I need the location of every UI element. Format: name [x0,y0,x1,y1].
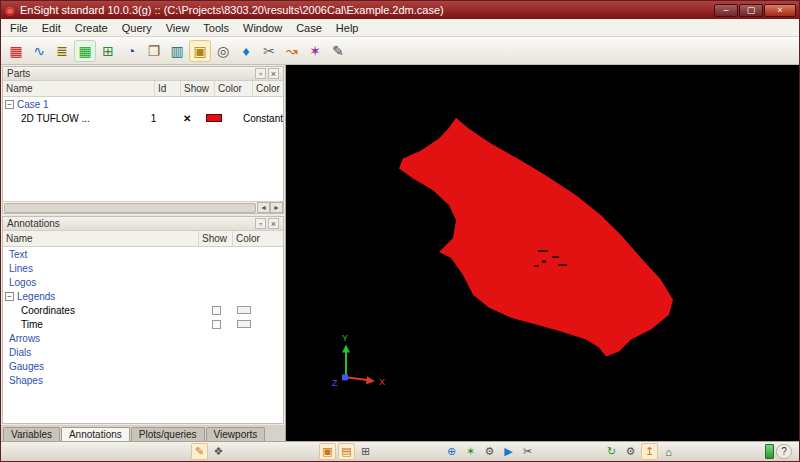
particle-trace-icon[interactable]: ↝ [281,40,303,62]
menu-create[interactable]: Create [68,21,115,35]
tree-item-part[interactable]: 2D TUFLOW ... 1 ✕ Constant [3,111,283,125]
snap-icon[interactable]: ✶ [462,443,479,460]
cut-icon[interactable]: ✂ [519,443,536,460]
collapse-icon[interactable]: − [5,292,14,301]
minimize-button[interactable]: – [714,4,738,17]
scroll-right-icon[interactable]: ► [270,202,283,213]
annotation-item-logos[interactable]: Logos [3,275,283,289]
annotation-item-dials[interactable]: Dials [3,345,283,359]
menu-window[interactable]: Window [236,21,289,35]
annotations-panel-title: Annotations [7,218,60,229]
plot-icon[interactable]: ∿ [28,40,50,62]
pin-icon[interactable]: ▫ [255,218,266,229]
part-id: 1 [147,113,172,124]
menu-file[interactable]: File [3,21,35,35]
play-icon[interactable]: ▶ [500,443,517,460]
part-color-swatch[interactable] [206,114,222,122]
menu-tools[interactable]: Tools [196,21,236,35]
clock-icon[interactable]: ◔ [120,40,142,62]
title-bar: ◉ EnSight standard 10.0.3(g) :: (C:\Proj… [1,1,799,19]
graphics-viewport[interactable]: Y X Z [286,65,799,441]
toolbox-icon[interactable]: ▣ [189,40,211,62]
close-button[interactable]: × [764,4,796,17]
annotations-list: Text Lines Logos − Legends Coordinates [3,247,283,423]
item-label[interactable]: Dials [3,347,31,358]
col-id: Id [155,81,181,96]
tab-viewports[interactable]: Viewports [206,427,266,441]
upload-icon[interactable]: ↥ [641,443,658,460]
item-label[interactable]: Legends [17,291,55,302]
calculator-icon[interactable]: ⊞ [97,40,119,62]
model-polygon[interactable] [399,118,673,357]
color-swatch[interactable] [237,306,251,314]
viewport-layout-icon[interactable]: ▣ [319,443,336,460]
part-show-toggle[interactable]: ✕ [171,113,203,124]
flipbook-icon[interactable]: ❐ [143,40,165,62]
axis-z-label: Z [332,378,338,388]
annotation-pen-icon[interactable]: ✎ [191,443,208,460]
tools-icon[interactable]: ⚙ [481,443,498,460]
annotate-icon[interactable]: ✎ [327,40,349,62]
annotation-item-arrows[interactable]: Arrows [3,331,283,345]
help-icon[interactable]: ? [776,444,792,459]
tab-annotations[interactable]: Annotations [61,427,130,441]
item-label[interactable]: Time [3,319,199,330]
item-label[interactable]: Coordinates [3,305,199,316]
color-swatch[interactable] [237,320,251,328]
scrollbar-thumb[interactable] [4,203,256,213]
case-label[interactable]: Case 1 [17,99,49,110]
show-checkbox[interactable] [212,306,221,315]
menu-view[interactable]: View [159,21,197,35]
menu-query[interactable]: Query [115,21,159,35]
item-label[interactable]: Arrows [3,333,40,344]
annotation-item-text[interactable]: Text [3,247,283,261]
scroll-left-icon[interactable]: ◄ [257,202,270,213]
window-title: EnSight standard 10.0.3(g) :: (C:\Projec… [20,4,705,16]
refresh-icon[interactable]: ↻ [603,443,620,460]
panel-tabs: Variables Annotations Plots/queries View… [1,425,285,441]
tree-item-case[interactable]: − Case 1 [3,97,283,111]
wrench-icon[interactable]: ⚙ [622,443,639,460]
frame-icon[interactable]: ▤ [338,443,355,460]
close-icon[interactable]: × [268,218,279,229]
item-label[interactable]: Logos [3,277,36,288]
parts-hscrollbar[interactable]: ◄ ► [3,201,283,213]
window-grid-icon[interactable]: ⊞ [357,443,374,460]
zoom-icon[interactable]: ◎ [212,40,234,62]
annotation-item-legends[interactable]: − Legends [3,289,283,303]
water-drop-icon[interactable]: ♦ [235,40,257,62]
viewport-canvas: Y X Z [286,65,799,441]
annotation-item-gauges[interactable]: Gauges [3,359,283,373]
status-power-icon [765,444,774,459]
variables-icon[interactable]: ▦ [74,40,96,62]
clip-scissors-icon[interactable]: ✂ [258,40,280,62]
item-label[interactable]: Text [3,249,27,260]
contour-icon[interactable]: ✶ [304,40,326,62]
item-label[interactable]: Shapes [3,375,43,386]
parts-icon[interactable]: ▦ [5,40,27,62]
part-name[interactable]: 2D TUFLOW ... [3,113,147,124]
menu-edit[interactable]: Edit [35,21,68,35]
close-icon[interactable]: × [268,68,279,79]
item-label[interactable]: Gauges [3,361,44,372]
menu-case[interactable]: Case [289,21,329,35]
paint-icon[interactable]: ❖ [210,443,227,460]
show-checkbox[interactable] [212,320,221,329]
solution-time-icon[interactable]: ▥ [166,40,188,62]
annotations-panel-header: Annotations ▫ × [3,217,283,231]
ensight-app-icon: ◉ [4,4,16,16]
tab-variables[interactable]: Variables [3,427,60,441]
item-label[interactable]: Lines [3,263,33,274]
annotation-item-coordinates[interactable]: Coordinates [3,303,283,317]
query-icon[interactable]: ≣ [51,40,73,62]
home-icon[interactable]: ⌂ [660,443,677,460]
annotation-item-shapes[interactable]: Shapes [3,373,283,387]
annotation-item-time[interactable]: Time [3,317,283,331]
maximize-button[interactable]: ▢ [739,4,763,17]
pin-icon[interactable]: ▫ [255,68,266,79]
tab-plots-queries[interactable]: Plots/queries [131,427,205,441]
menu-help[interactable]: Help [329,21,366,35]
zoom-select-icon[interactable]: ⊕ [443,443,460,460]
collapse-icon[interactable]: − [5,100,14,109]
annotation-item-lines[interactable]: Lines [3,261,283,275]
